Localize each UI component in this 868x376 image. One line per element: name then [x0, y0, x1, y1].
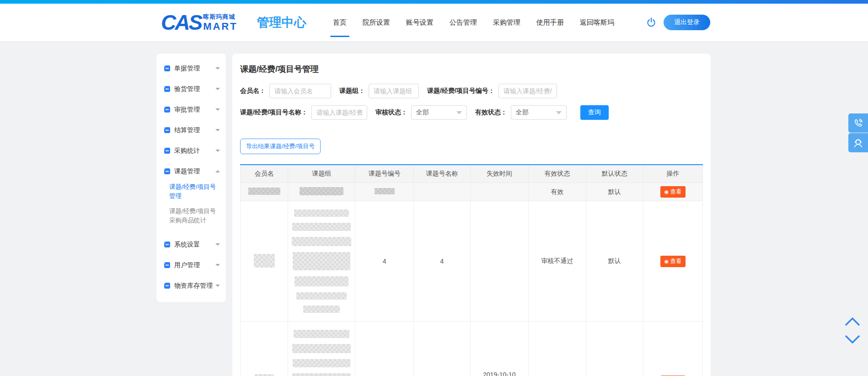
main-nav: 首页 院所设置 账号设置 公告管理 采购管理 使用手册 返回喀斯玛 — [332, 16, 615, 30]
project-name-input[interactable] — [311, 105, 367, 120]
customer-service-button[interactable] — [848, 133, 868, 152]
nav-institute-settings[interactable]: 院所设置 — [362, 16, 391, 30]
sidebar-item-approval-mgmt[interactable]: 审批管理 — [156, 99, 226, 120]
projects-table: 会员名 课题组 课题号编号 课题号名称 失效时间 有效状态 默认状态 操作 有效… — [240, 164, 703, 376]
cell-expire-time — [470, 201, 529, 322]
redacted-text-block — [292, 324, 351, 376]
sidebar-item-label: 审批管理 — [174, 106, 215, 114]
col-default-status: 默认状态 — [586, 165, 643, 183]
sidebar-item-user-mgmt[interactable]: 用户管理 — [156, 255, 226, 275]
file-icon — [164, 65, 171, 72]
chevron-down-icon — [215, 108, 220, 111]
cell-member-redacted — [241, 183, 288, 201]
sidebar-item-inspection-mgmt[interactable]: 验货管理 — [156, 79, 226, 99]
sidebar-item-settlement-mgmt[interactable]: 结算管理 — [156, 120, 226, 140]
nav-home[interactable]: 首页 — [332, 16, 348, 30]
chevron-down-icon — [215, 129, 220, 131]
file-icon — [164, 86, 171, 92]
cell-valid-status: 有效 — [529, 183, 586, 201]
main-content-card: 课题/经费/项目号管理 会员名： 课题组： 课题/经费/项目号编号： 课题/经费… — [232, 54, 711, 376]
scroll-arrows — [844, 317, 861, 344]
col-project-name: 课题号名称 — [414, 165, 470, 183]
file-icon — [164, 147, 171, 154]
cell-valid-status: 审核不通过 — [529, 201, 586, 322]
cell-actions: ◉ 查看 — [643, 201, 703, 322]
header-right-group: 退出登录 — [646, 15, 710, 30]
cell-group-redacted — [288, 322, 355, 376]
member-name-input[interactable] — [269, 84, 331, 98]
valid-status-select[interactable]: 全部 — [511, 105, 567, 120]
sidebar-item-label: 系统设置 — [174, 241, 215, 249]
sidebar-item-label: 采购统计 — [174, 147, 215, 155]
audit-status-label: 审核状态： — [375, 108, 407, 117]
submenu-item-project-purchase-stats[interactable]: 课题/经费/项目号采购商品统计 — [169, 207, 220, 226]
audit-status-select[interactable]: 全部 — [411, 105, 467, 120]
phone-icon — [853, 118, 863, 129]
nav-announcement-mgmt[interactable]: 公告管理 — [449, 16, 478, 30]
table-row: 4 4 审核不通过 默认 ◉ 查看 — [241, 201, 703, 322]
sidebar-item-purchase-stats[interactable]: 采购统计 — [156, 140, 226, 161]
nav-account-settings[interactable]: 账号设置 — [405, 16, 434, 30]
chevron-down-icon — [215, 88, 220, 90]
chevron-down-icon — [456, 111, 462, 114]
sidebar-item-document-mgmt[interactable]: 单据管理 — [156, 58, 226, 79]
page-title: 课题/经费/项目号管理 — [240, 64, 703, 75]
contact-float-group — [848, 113, 868, 152]
cell-member-redacted — [241, 322, 288, 376]
cell-group-redacted — [288, 201, 355, 322]
export-results-button[interactable]: 导出结果课题/经费/项目号 — [240, 139, 321, 154]
project-code-label: 课题/经费/项目号编号： — [427, 87, 495, 95]
project-code-input[interactable] — [498, 84, 557, 98]
chevron-down-icon[interactable] — [844, 334, 861, 344]
file-icon — [164, 282, 171, 289]
cell-valid-status: 无效 — [529, 322, 586, 376]
logout-button[interactable]: 退出登录 — [664, 15, 710, 30]
sidebar: 单据管理 验货管理 审批管理 结算管理 采购统计 课题管理 课题/经费/项目号管… — [156, 54, 226, 302]
casmart-logo[interactable]: CAS 喀斯玛商城 MART — [161, 12, 238, 33]
cell-default-status: 默认 — [586, 201, 643, 322]
file-icon — [164, 262, 171, 269]
cell-group-redacted — [288, 183, 355, 201]
sidebar-item-material-inventory-mgmt[interactable]: 物资库存管理 — [156, 275, 226, 296]
cell-project-code: 3 — [355, 322, 414, 376]
table-header-row: 会员名 课题组 课题号编号 课题号名称 失效时间 有效状态 默认状态 操作 — [241, 165, 703, 183]
nav-user-manual[interactable]: 使用手册 — [536, 16, 565, 30]
col-project-group: 课题组 — [288, 165, 355, 183]
file-icon — [164, 106, 171, 113]
logo-cas-text: CAS — [161, 12, 201, 33]
cell-project-name: 3 — [414, 322, 470, 376]
sidebar-item-label: 结算管理 — [174, 126, 215, 134]
table-row: 3 3 2019-10-10 15:27:35 无效 非默认 ◉ 查看 — [241, 322, 703, 376]
view-button[interactable]: ◉ 查看 — [660, 256, 686, 267]
search-button[interactable]: 查询 — [580, 105, 609, 120]
valid-status-label: 有效状态： — [475, 108, 507, 117]
project-mgmt-submenu: 课题/经费/项目号管理 课题/经费/项目号采购商品统计 — [156, 182, 226, 234]
submenu-item-project-number-mgmt[interactable]: 课题/经费/项目号管理 — [169, 183, 220, 201]
chevron-down-icon — [215, 243, 220, 246]
sidebar-item-system-settings[interactable]: 系统设置 — [156, 234, 226, 255]
nav-procurement-mgmt[interactable]: 采购管理 — [492, 16, 521, 30]
sidebar-item-project-mgmt[interactable]: 课题管理 — [156, 161, 226, 182]
project-name-label: 课题/经费/项目号名称： — [240, 108, 308, 117]
sidebar-item-label: 验货管理 — [174, 85, 215, 93]
sidebar-item-label: 课题管理 — [174, 167, 215, 176]
power-icon[interactable] — [646, 17, 657, 28]
chevron-up-icon[interactable] — [844, 317, 861, 327]
sidebar-item-label: 用户管理 — [174, 261, 215, 269]
view-button[interactable]: ◉ 查看 — [660, 186, 686, 198]
chevron-down-icon — [215, 150, 220, 152]
col-expire-time: 失效时间 — [470, 165, 529, 183]
customer-service-icon — [853, 138, 863, 148]
app-header: CAS 喀斯玛商城 MART 管理中心 首页 院所设置 账号设置 公告管理 采购… — [0, 4, 868, 41]
filter-row-2: 课题/经费/项目号名称： 审核状态： 全部 有效状态： 全部 查询 — [240, 105, 703, 120]
cell-project-name: 4 — [414, 201, 470, 322]
nav-back-to-casmart[interactable]: 返回喀斯玛 — [579, 16, 615, 30]
cell-expire-time: 2019-10-10 15:27:35 — [470, 322, 529, 376]
member-name-label: 会员名： — [240, 87, 266, 95]
file-icon — [164, 168, 171, 175]
cell-code-redacted — [355, 183, 414, 201]
phone-contact-button[interactable] — [848, 113, 868, 133]
admin-center-title: 管理中心 — [257, 14, 306, 31]
project-group-input[interactable] — [369, 84, 419, 98]
col-member-name: 会员名 — [241, 165, 288, 183]
